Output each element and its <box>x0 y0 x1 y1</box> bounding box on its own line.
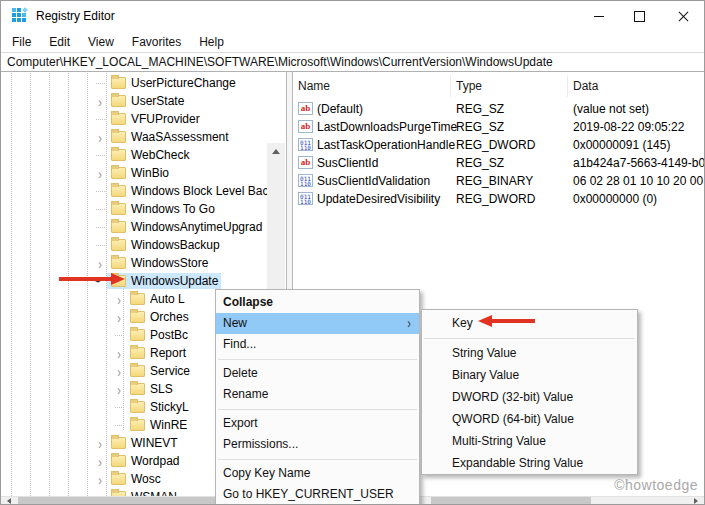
tree-item[interactable]: WebCheck <box>93 146 192 164</box>
tree-item[interactable]: WINEVT <box>93 434 181 452</box>
menu-item-collapse[interactable]: Collapse <box>216 292 419 313</box>
chevron-right-icon[interactable] <box>93 130 107 144</box>
menu-help[interactable]: Help <box>190 33 233 51</box>
registry-value-row[interactable]: ab LastDownloadsPurgeTime REG_SZ 2019-08… <box>293 118 704 136</box>
chevron-right-icon[interactable] <box>112 292 126 306</box>
chevron-right-icon[interactable] <box>112 382 126 396</box>
tree-item-label[interactable]: VFUProvider <box>131 112 200 126</box>
menu-item-delete[interactable]: Delete <box>216 363 419 384</box>
tree-item[interactable]: WinBio <box>93 164 172 182</box>
tree-item-label[interactable]: Report <box>150 346 186 360</box>
submenu-item-dword-value[interactable]: DWORD (32-bit) Value <box>422 386 637 408</box>
chevron-right-icon[interactable] <box>93 166 107 180</box>
submenu-item-key[interactable]: Key <box>422 312 637 334</box>
tree-item-label[interactable]: StickyL <box>150 400 189 414</box>
chevron-right-icon[interactable] <box>93 256 107 270</box>
menu-item-go-to-hkcu[interactable]: Go to HKEY_CURRENT_USER <box>216 484 419 505</box>
tree-item[interactable]: WindowsBackup <box>93 236 223 254</box>
tree-item-label[interactable]: PostBc <box>150 328 188 342</box>
value-name[interactable]: SusClientId <box>317 156 378 170</box>
chevron-right-icon[interactable] <box>112 310 126 324</box>
tree-item-label[interactable]: Auto L <box>150 292 185 306</box>
value-name[interactable]: LastTaskOperationHandle <box>317 138 455 152</box>
registry-value-row[interactable]: 011110 UpdateDesiredVisibility REG_DWORD… <box>293 190 704 208</box>
menu-view[interactable]: View <box>79 33 123 51</box>
chevron-right-icon[interactable] <box>93 94 107 108</box>
registry-value-row[interactable]: 011110 SusClientIdValidation REG_BINARY … <box>293 172 704 190</box>
tree-item[interactable]: Wosc <box>93 470 164 488</box>
menu-item-export[interactable]: Export <box>216 413 419 434</box>
value-name[interactable]: UpdateDesiredVisibility <box>317 192 440 206</box>
close-button[interactable] <box>661 1 705 31</box>
tree-item-label[interactable]: Wosc <box>131 472 161 486</box>
tree-item-label[interactable]: Service <box>150 364 190 378</box>
tree-item[interactable]: WindowsAnytimeUpgrad <box>93 218 265 236</box>
address-path[interactable]: Computer\HKEY_LOCAL_MACHINE\SOFTWARE\Mic… <box>1 55 553 69</box>
tree-item[interactable]: VFUProvider <box>93 110 203 128</box>
tree-item[interactable]: Report <box>112 344 189 362</box>
tree-item-label[interactable]: WindowsUpdate <box>131 274 218 288</box>
scroll-up-button[interactable] <box>267 143 285 160</box>
tree-item-label[interactable]: Windows To Go <box>131 202 215 216</box>
chevron-right-icon[interactable] <box>112 346 126 360</box>
tree-item-label[interactable]: WaaSAssessment <box>131 130 229 144</box>
chevron-right-icon[interactable] <box>93 436 107 450</box>
registry-value-row[interactable]: ab (Default) REG_SZ (value not set) <box>293 100 704 118</box>
menu-item-rename[interactable]: Rename <box>216 384 419 405</box>
tree-item-label[interactable]: UserState <box>131 94 184 108</box>
menu-item-copy-key-name[interactable]: Copy Key Name <box>216 463 419 484</box>
tree-item[interactable]: Orches <box>112 308 192 326</box>
tree-item[interactable]: SLS <box>112 380 176 398</box>
column-header-data[interactable]: Data <box>573 79 598 93</box>
menu-item-find[interactable]: Find... <box>216 334 419 355</box>
submenu-item-multi-string-value[interactable]: Multi-String Value <box>422 430 637 452</box>
submenu-item-binary-value[interactable]: Binary Value <box>422 364 637 386</box>
registry-value-row[interactable]: ab SusClientId REG_SZ a1b424a7-5663-4149… <box>293 154 704 172</box>
tree-item[interactable]: Windows To Go <box>93 200 218 218</box>
tree-item[interactable]: WindowsStore <box>93 254 211 272</box>
scroll-left-button[interactable] <box>1 497 17 505</box>
tree-item[interactable]: Windows Block Level Bacl <box>93 182 274 200</box>
chevron-right-icon[interactable] <box>112 364 126 378</box>
tree-item-label[interactable]: WinRE <box>150 418 187 432</box>
tree-item-label[interactable]: SLS <box>150 382 173 396</box>
tree-item-label[interactable]: WebCheck <box>131 148 189 162</box>
value-name[interactable]: SusClientIdValidation <box>317 174 430 188</box>
column-separator[interactable] <box>567 75 568 97</box>
scroll-right-button[interactable] <box>688 497 704 505</box>
tree-item[interactable]: UserState <box>93 92 187 110</box>
address-bar[interactable]: Computer\HKEY_LOCAL_MACHINE\SOFTWARE\Mic… <box>1 52 704 72</box>
chevron-right-icon[interactable] <box>93 472 107 486</box>
tree-item-label[interactable]: WinBio <box>131 166 169 180</box>
chevron-right-icon[interactable] <box>93 454 107 468</box>
tree-item[interactable]: Service <box>112 362 193 380</box>
maximize-button[interactable] <box>617 1 662 31</box>
tree-item[interactable]: Auto L <box>112 290 188 308</box>
minimize-button[interactable] <box>576 1 621 31</box>
tree-item-label[interactable]: WindowsStore <box>131 256 208 270</box>
scrollbar-thumb[interactable] <box>431 497 591 505</box>
tree-item-label[interactable]: UserPictureChange <box>131 76 236 90</box>
tree-item[interactable]: Wordpad <box>93 452 182 470</box>
menu-item-new[interactable]: New <box>216 313 419 334</box>
menu-item-permissions[interactable]: Permissions... <box>216 434 419 455</box>
tree-item[interactable]: WaaSAssessment <box>93 128 232 146</box>
tree-item[interactable]: PostBc <box>112 326 191 344</box>
tree-item-label[interactable]: Wordpad <box>131 454 179 468</box>
value-name[interactable]: (Default) <box>317 102 363 116</box>
column-header-type[interactable]: Type <box>456 79 482 93</box>
value-name[interactable]: LastDownloadsPurgeTime <box>317 120 457 134</box>
column-header-name[interactable]: Name <box>298 79 330 93</box>
tree-item[interactable]: StickyL <box>112 398 192 416</box>
column-separator[interactable] <box>450 75 451 97</box>
tree-item[interactable]: WinRE <box>112 416 190 434</box>
menu-favorites[interactable]: Favorites <box>123 33 190 51</box>
submenu-item-expandable-string-value[interactable]: Expandable String Value <box>422 452 637 474</box>
menu-file[interactable]: File <box>3 33 40 51</box>
tree-item-label[interactable]: WindowsAnytimeUpgrad <box>131 220 262 234</box>
registry-value-row[interactable]: 011110 LastTaskOperationHandle REG_DWORD… <box>293 136 704 154</box>
menu-edit[interactable]: Edit <box>40 33 79 51</box>
tree-item-label[interactable]: Windows Block Level Bacl <box>131 184 271 198</box>
tree-item-label[interactable]: WINEVT <box>131 436 178 450</box>
tree-item-label[interactable]: WindowsBackup <box>131 238 220 252</box>
